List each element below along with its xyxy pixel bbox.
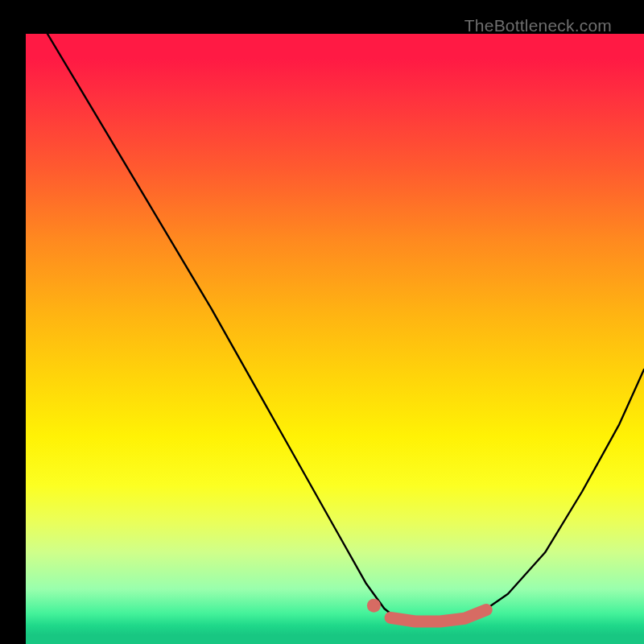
- bottleneck-curve-left: [47, 34, 409, 621]
- highlight-dot: [367, 599, 381, 613]
- bottleneck-curve-right: [409, 369, 644, 622]
- plot-area: [26, 34, 644, 644]
- curve-layer: [26, 34, 644, 644]
- chart-frame: TheBottleneck.com: [13, 13, 631, 631]
- highlight-valley: [390, 610, 486, 621]
- watermark-label: TheBottleneck.com: [464, 16, 612, 35]
